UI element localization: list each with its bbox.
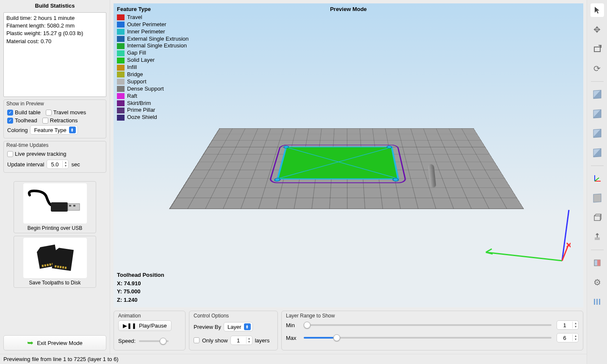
checkbox-icon	[46, 110, 52, 116]
statusbar: Previewing file from line 1 to 7225 (lay…	[0, 354, 587, 364]
play-pause-button[interactable]: ▶❚❚ Play/Pause	[118, 320, 172, 331]
min-layer-slider[interactable]	[304, 324, 552, 326]
legend-label: Raft	[127, 93, 137, 100]
svg-rect-6	[47, 264, 49, 266]
preview-by-select[interactable]: Layer ▴▾	[224, 322, 253, 331]
statusbar-text: Previewing file from line 1 to 7225 (lay…	[3, 356, 119, 362]
sidebar: Build Statistics Build time: 2 hours 1 m…	[0, 0, 110, 354]
legend-swatch	[117, 100, 125, 106]
max-stepper[interactable]: ▴▾	[557, 333, 579, 342]
legend-item: Ooze Shield	[117, 114, 188, 121]
legend-item: Dense Support	[117, 85, 188, 93]
chk-build-table[interactable]: Build table	[7, 109, 41, 116]
stepper-spin-icon: ▴▾	[246, 337, 252, 344]
legend-item: Inner Perimeter	[117, 28, 188, 36]
svg-rect-0	[51, 202, 68, 212]
stepper-spin-icon: ▴▾	[572, 322, 578, 328]
max-input[interactable]	[557, 334, 572, 342]
svg-rect-7	[49, 263, 51, 266]
svg-rect-11	[59, 266, 61, 268]
move-tool-icon[interactable]: ✥	[590, 23, 604, 36]
supports-icon[interactable]	[590, 295, 604, 309]
cursor-tool-icon[interactable]	[590, 3, 604, 17]
max-layer-slider[interactable]	[304, 337, 552, 339]
legend-item: External Single Extrusion	[117, 36, 188, 43]
min-input[interactable]	[557, 322, 572, 329]
axes-icon[interactable]	[590, 172, 604, 185]
exit-preview-button[interactable]: ➥ Exit Preview Mode	[3, 335, 106, 350]
legend-swatch	[117, 50, 125, 56]
build-stats-text: Build time: 2 hours 1 minute Filament le…	[3, 12, 106, 97]
fit-view-icon[interactable]	[590, 42, 604, 56]
legend-swatch	[117, 58, 125, 63]
only-show-stepper[interactable]: ▴▾	[230, 336, 252, 345]
svg-rect-29	[596, 299, 598, 305]
view-front-icon[interactable]	[590, 107, 604, 121]
coloring-select[interactable]: Feature Type ▴▾	[30, 125, 78, 135]
solid-view-icon[interactable]	[590, 191, 604, 205]
axis-gizmo	[477, 206, 571, 282]
layer-range-title: Layer Range to Show	[286, 313, 335, 319]
chevron-updown-icon: ▴▾	[244, 323, 251, 330]
legend-item: Gap Fill	[117, 50, 188, 57]
svg-rect-30	[599, 299, 600, 305]
cross-section-icon[interactable]	[590, 256, 604, 270]
corner-dot	[386, 146, 392, 149]
main: Feature Type TravelOuter PerimeterInner …	[110, 0, 587, 354]
control-options-group: Control Options Preview By Layer ▴▾ Only…	[189, 311, 278, 350]
legend-swatch	[117, 93, 125, 99]
settings-icon[interactable]: ⚙	[590, 276, 604, 289]
speed-slider[interactable]	[139, 340, 169, 342]
begin-usb-print-card[interactable]: Begin Printing over USB	[14, 181, 96, 233]
toolhead-y: Y: 75.000	[117, 287, 164, 296]
chk-live-preview[interactable]: Live preview tracking	[7, 151, 103, 157]
legend-item: Travel	[117, 14, 188, 21]
legend-swatch	[117, 22, 125, 28]
chk-live-preview-label: Live preview tracking	[15, 151, 66, 157]
toolhead-x: X: 74.910	[117, 279, 164, 288]
only-show-input[interactable]	[231, 337, 246, 344]
view-side-icon[interactable]	[590, 127, 604, 140]
chk-toolhead-label: Toolhead	[15, 117, 37, 124]
stepper-spin-icon: ▴▾	[62, 161, 68, 168]
save-toolpaths-card[interactable]: Save Toolpaths to Disk	[14, 236, 96, 288]
animation-title: Animation	[118, 313, 141, 319]
legend-swatch	[117, 115, 125, 121]
view-top-icon[interactable]	[590, 88, 604, 101]
svg-rect-1	[68, 204, 80, 210]
normals-icon[interactable]	[590, 230, 604, 244]
checkbox-icon	[7, 151, 13, 157]
legend-item: Internal Single Extrusion	[117, 42, 188, 50]
toolhead-z: Z: 1.240	[117, 296, 164, 304]
legend-item: Skirt/Brim	[117, 100, 188, 107]
svg-rect-12	[62, 266, 64, 269]
checkbox-icon[interactable]	[194, 337, 200, 343]
svg-rect-2	[69, 205, 71, 207]
update-interval-stepper[interactable]: ▴▾	[47, 160, 69, 169]
wireframe-view-icon[interactable]	[590, 211, 604, 224]
legend-swatch	[117, 79, 125, 85]
viewport-3d[interactable]: Feature Type TravelOuter PerimeterInner …	[114, 3, 583, 307]
min-stepper[interactable]: ▴▾	[557, 320, 579, 330]
legend-label: Inner Perimeter	[127, 28, 165, 36]
toolbar-separator	[591, 81, 604, 82]
chk-travel-moves[interactable]: Travel moves	[46, 109, 86, 116]
chk-retractions[interactable]: Retractions	[42, 117, 78, 124]
chk-toolhead[interactable]: Toolhead	[7, 117, 37, 124]
legend-swatch	[117, 65, 125, 71]
svg-rect-13	[64, 266, 67, 269]
layer-range-group: Layer Range to Show Min ▴▾ Max	[281, 311, 583, 350]
legend-label: Infill	[127, 64, 137, 71]
reset-view-icon[interactable]: ⟳	[590, 62, 604, 75]
checkbox-icon	[42, 118, 48, 124]
svg-rect-3	[73, 205, 75, 207]
legend-swatch	[117, 29, 125, 35]
legend-item: Infill	[117, 64, 188, 71]
view-iso-icon[interactable]	[590, 146, 604, 160]
sd-card-icon	[23, 238, 87, 278]
legend-label: Internal Single Extrusion	[127, 42, 187, 50]
update-interval-input[interactable]	[47, 161, 62, 168]
preview-mode-title: Preview Mode	[330, 6, 367, 12]
svg-rect-9	[54, 265, 56, 267]
legend-item: Raft	[117, 93, 188, 100]
